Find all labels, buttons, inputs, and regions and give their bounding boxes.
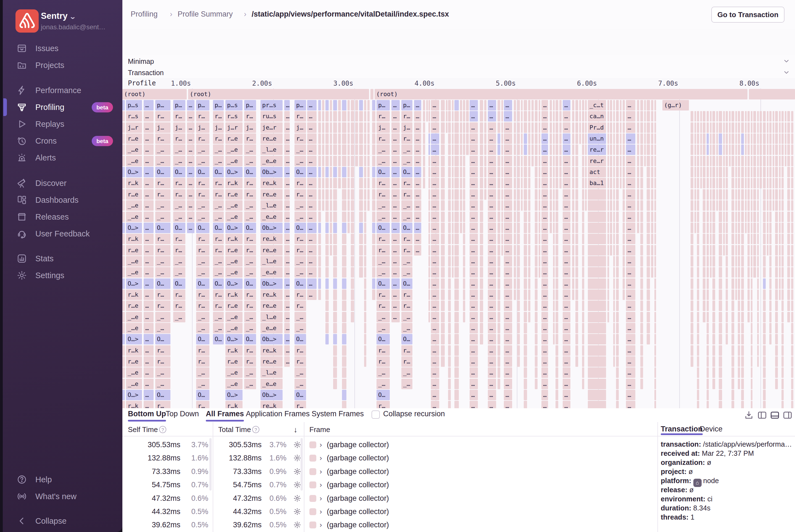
- flame-cell[interactable]: [318, 189, 321, 200]
- flame-cell[interactable]: [448, 100, 451, 111]
- flame-cell[interactable]: [738, 122, 740, 133]
- flame-cell[interactable]: [651, 223, 653, 233]
- flame-cell[interactable]: [448, 390, 451, 400]
- flame-cell[interactable]: (root): [188, 89, 369, 99]
- flame-cell[interactable]: [367, 111, 370, 121]
- flame-cell[interactable]: [582, 345, 584, 356]
- flame-cell[interactable]: [710, 111, 712, 121]
- table-row[interactable]: 39.62ms0.5%39.62ms0.5%›(garbage collecto…: [122, 518, 656, 531]
- flame-cell[interactable]: [640, 145, 643, 155]
- flame-cell[interactable]: [695, 223, 696, 233]
- flame-cell[interactable]: _…: [377, 379, 390, 389]
- flame-cell[interactable]: [703, 111, 705, 121]
- flame-cell[interactable]: …: [470, 390, 478, 400]
- flame-cell[interactable]: [441, 122, 445, 133]
- flame-cell[interactable]: [769, 267, 772, 278]
- flame-cell[interactable]: r…: [173, 111, 185, 121]
- flame-cell[interactable]: …: [307, 256, 317, 267]
- flame-cell[interactable]: r…: [295, 189, 306, 200]
- flame-cell[interactable]: …: [488, 223, 496, 233]
- flame-cell[interactable]: [757, 122, 759, 133]
- flame-cell[interactable]: …: [470, 289, 478, 300]
- flame-cell[interactable]: …: [187, 100, 194, 111]
- flame-cell[interactable]: O…: [173, 279, 185, 289]
- flame-cell[interactable]: [719, 167, 722, 177]
- flame-cell[interactable]: [719, 133, 722, 144]
- flame-cell[interactable]: [741, 312, 744, 322]
- flame-cell[interactable]: [454, 111, 459, 121]
- flame-cell[interactable]: …: [431, 379, 439, 389]
- flame-cell[interactable]: [582, 167, 584, 177]
- flame-cell[interactable]: _…: [213, 212, 224, 222]
- flame-cell[interactable]: [342, 156, 346, 166]
- table-row[interactable]: 44.32ms0.5%44.32ms0.5%›(garbage collecto…: [122, 505, 656, 518]
- flame-cell[interactable]: [747, 133, 750, 144]
- flame-cell[interactable]: [732, 334, 734, 344]
- flame-cell[interactable]: [690, 267, 693, 278]
- flame-cell[interactable]: [781, 234, 784, 244]
- flame-cell[interactable]: …: [563, 111, 570, 121]
- flame-cell[interactable]: …: [626, 156, 635, 166]
- flame-cell[interactable]: [745, 133, 747, 144]
- flame-cell[interactable]: O…: [213, 334, 224, 344]
- flame-cell[interactable]: O…: [196, 223, 209, 233]
- flame-cell[interactable]: [732, 245, 734, 255]
- flame-cell[interactable]: [655, 279, 656, 289]
- flame-cell[interactable]: [539, 167, 540, 177]
- flame-cell[interactable]: O…: [196, 334, 209, 344]
- flame-cell[interactable]: [655, 189, 656, 200]
- flame-cell[interactable]: j…: [295, 122, 306, 133]
- flame-cell[interactable]: j…r: [126, 122, 142, 133]
- flame-cell[interactable]: [713, 356, 715, 367]
- flame-cell[interactable]: [528, 167, 530, 177]
- flame-cell[interactable]: [555, 401, 558, 408]
- flame-cell[interactable]: r…: [213, 245, 224, 255]
- flame-cell[interactable]: [713, 122, 715, 133]
- flame-cell[interactable]: [372, 267, 375, 278]
- flame-cell[interactable]: [713, 256, 715, 267]
- flame-cell[interactable]: [695, 167, 696, 177]
- flame-cell[interactable]: …: [144, 301, 154, 311]
- flame-cell[interactable]: [647, 156, 650, 166]
- flame-cell[interactable]: O…: [295, 223, 306, 233]
- flame-cell[interactable]: …: [392, 133, 400, 144]
- flame-cell[interactable]: _l…e: [261, 200, 283, 211]
- flame-cell[interactable]: [423, 178, 425, 188]
- flame-cell[interactable]: [741, 245, 744, 255]
- flame-cell[interactable]: [463, 167, 465, 177]
- flame-cell[interactable]: …: [187, 156, 194, 166]
- flame-cell[interactable]: re…k: [261, 345, 283, 356]
- flame-cell[interactable]: [342, 212, 346, 222]
- flame-cell[interactable]: [757, 301, 759, 311]
- flame-cell[interactable]: [767, 245, 769, 255]
- flame-cell[interactable]: …: [563, 379, 570, 389]
- flame-cell[interactable]: [695, 189, 696, 200]
- flame-cell[interactable]: [747, 156, 750, 166]
- flame-cell[interactable]: [640, 178, 643, 188]
- flame-cell[interactable]: [517, 111, 520, 121]
- flame-cell[interactable]: [441, 345, 445, 356]
- flame-cell[interactable]: [318, 256, 321, 267]
- flame-cell[interactable]: [497, 345, 500, 356]
- flame-cell[interactable]: [697, 356, 699, 367]
- flame-cell[interactable]: [325, 301, 329, 311]
- flame-cell[interactable]: [572, 111, 574, 121]
- flame-cell[interactable]: …: [414, 189, 421, 200]
- flame-cell[interactable]: [347, 156, 350, 166]
- flame-cell[interactable]: [655, 379, 656, 389]
- flame-cell[interactable]: O…>: [126, 223, 142, 233]
- flame-cell[interactable]: [779, 178, 781, 188]
- flame-cell[interactable]: [572, 100, 574, 111]
- flame-cell[interactable]: [517, 323, 520, 334]
- flame-cell[interactable]: [342, 367, 346, 378]
- flame-cell[interactable]: [607, 178, 609, 188]
- flame-cell[interactable]: [732, 401, 734, 408]
- flame-cell[interactable]: [751, 200, 753, 211]
- flame-cell[interactable]: [735, 133, 737, 144]
- flame-cell[interactable]: [697, 212, 699, 222]
- flame-cell[interactable]: [364, 356, 366, 367]
- flame-cell[interactable]: [514, 111, 516, 121]
- flame-cell[interactable]: _…: [196, 145, 209, 155]
- flame-cell[interactable]: [607, 212, 609, 222]
- flame-cell[interactable]: [359, 234, 363, 244]
